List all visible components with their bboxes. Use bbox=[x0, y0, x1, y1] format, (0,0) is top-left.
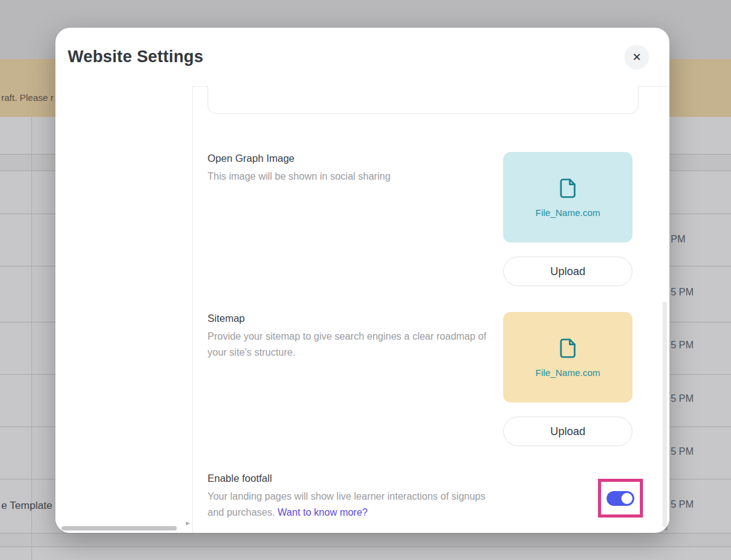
file-icon bbox=[556, 337, 580, 360]
modal-sidebar: ▸ bbox=[55, 86, 193, 533]
vertical-scrollbar[interactable] bbox=[663, 302, 667, 527]
open-graph-file-preview[interactable]: File_Name.com bbox=[503, 152, 632, 242]
open-graph-description: This image will be shown in social shari… bbox=[208, 169, 497, 185]
open-graph-file-name: File_Name.com bbox=[535, 207, 600, 218]
table-cell-time: 5 PM bbox=[671, 287, 693, 298]
sitemap-description: Provide your sitemap to give search engi… bbox=[208, 329, 488, 361]
enable-footfall-description: Your landing pages will show live learne… bbox=[208, 489, 497, 521]
table-cell-time: 5 PM bbox=[671, 393, 693, 404]
sitemap-label: Sitemap bbox=[208, 313, 245, 324]
sitemap-file-name: File_Name.com bbox=[535, 367, 600, 378]
table-column-divider bbox=[31, 117, 32, 560]
table-cell-time: 5 PM bbox=[671, 340, 693, 351]
modal-body: Open Graph Image This image will be show… bbox=[193, 86, 669, 533]
footfall-toggle[interactable] bbox=[607, 491, 634, 506]
website-settings-modal: Website Settings ✕ ▸ Open Graph Image Th… bbox=[55, 28, 669, 533]
table-row-divider bbox=[0, 533, 731, 534]
enable-footfall-label: Enable footfall bbox=[208, 473, 272, 484]
close-button[interactable]: ✕ bbox=[624, 45, 649, 70]
table-cell-time: PM bbox=[671, 234, 685, 245]
screen: raft. Please r PM5 PM5 PM5 PM5 PM5 PM e … bbox=[0, 0, 731, 560]
table-footer-band bbox=[0, 533, 731, 546]
template-label: e Template bbox=[1, 500, 52, 512]
sitemap-file-preview[interactable]: File_Name.com bbox=[503, 312, 632, 402]
text-input[interactable] bbox=[208, 86, 639, 114]
want-to-know-more-link[interactable]: Want to know more? bbox=[278, 507, 368, 518]
table-cell-time: 5 PM bbox=[671, 499, 693, 510]
open-graph-upload-button[interactable]: Upload bbox=[503, 257, 632, 286]
modal-header: Website Settings ✕ bbox=[55, 28, 669, 86]
sitemap-upload-button[interactable]: Upload bbox=[503, 417, 632, 446]
annotation-highlight bbox=[598, 479, 643, 518]
table-row-divider bbox=[0, 546, 731, 547]
modal-title: Website Settings bbox=[68, 47, 203, 66]
scroll-right-arrow-icon[interactable]: ▸ bbox=[186, 518, 190, 527]
horizontal-scrollbar[interactable] bbox=[62, 526, 177, 530]
open-graph-label: Open Graph Image bbox=[208, 153, 294, 164]
table-cell-time: 5 PM bbox=[671, 446, 693, 457]
file-icon bbox=[556, 177, 580, 200]
toggle-knob bbox=[621, 493, 632, 504]
close-icon: ✕ bbox=[632, 52, 641, 63]
banner-text: raft. Please r bbox=[1, 92, 54, 103]
